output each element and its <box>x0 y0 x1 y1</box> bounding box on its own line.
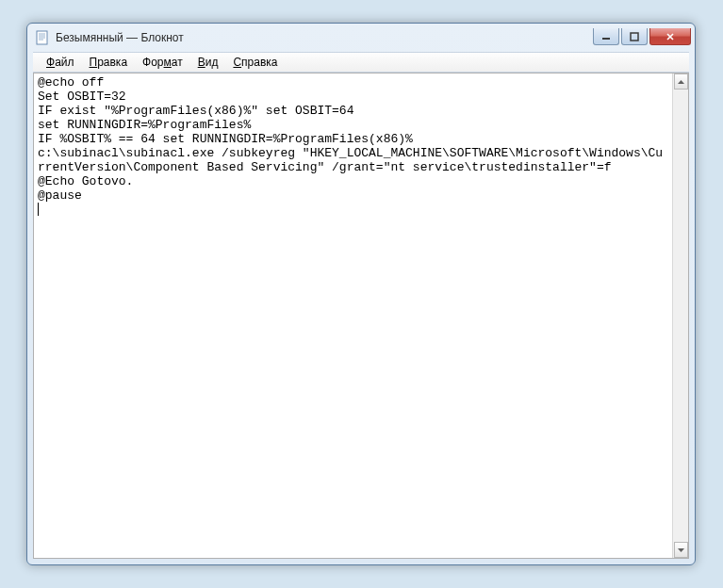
scroll-down-button[interactable] <box>674 542 688 558</box>
text-cursor <box>38 203 39 216</box>
svg-rect-5 <box>602 38 610 40</box>
close-button[interactable] <box>649 28 691 45</box>
menu-file[interactable]: Файл <box>39 54 82 71</box>
scroll-up-button[interactable] <box>674 74 688 90</box>
menu-edit[interactable]: Правка <box>82 54 136 71</box>
svg-marker-9 <box>678 80 684 84</box>
menu-help[interactable]: Справка <box>225 54 285 71</box>
titlebar[interactable]: Безымянный — Блокнот <box>27 24 695 52</box>
notepad-window: Безымянный — Блокнот Файл Правка Формат … <box>26 23 696 565</box>
editor-area: @echo off Set OSBIT=32 IF exist "%Progra… <box>33 73 689 559</box>
menu-view[interactable]: Вид <box>190 54 226 71</box>
menu-format[interactable]: Формат <box>135 54 190 71</box>
minimize-button[interactable] <box>593 28 619 45</box>
svg-marker-10 <box>678 548 684 552</box>
notepad-icon <box>35 30 50 45</box>
window-title: Безымянный — Блокнот <box>56 31 593 44</box>
window-controls <box>593 28 691 45</box>
text-content[interactable]: @echo off Set OSBIT=32 IF exist "%Progra… <box>34 74 672 558</box>
menubar: Файл Правка Формат Вид Справка <box>33 52 689 73</box>
maximize-button[interactable] <box>621 28 648 45</box>
vertical-scrollbar[interactable] <box>672 74 688 558</box>
svg-rect-6 <box>631 33 638 41</box>
